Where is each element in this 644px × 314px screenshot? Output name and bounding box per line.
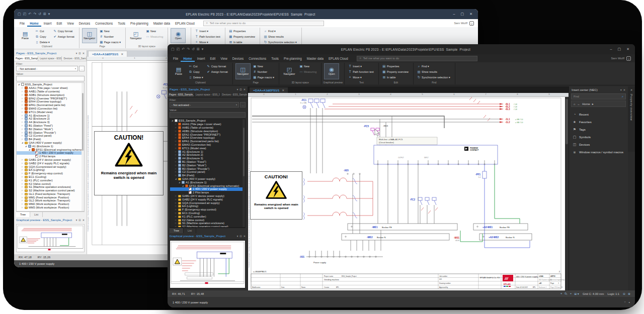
expander-icon[interactable]: ▷ [21, 121, 24, 123]
expander-icon[interactable]: ▷ [21, 104, 24, 106]
expander-icon[interactable]: ▷ [21, 90, 24, 92]
expander-icon[interactable]: ▷ [175, 137, 177, 139]
in-table-button[interactable]: ⊞In table [381, 74, 410, 80]
tree-item[interactable]: ▷ B4 (Field) [17, 138, 84, 141]
minimize-button[interactable]: – [453, 12, 455, 16]
expander-icon[interactable]: ▷ [175, 168, 177, 170]
user-account[interactable]: Sam Wolff ☺ [454, 21, 478, 26]
synchronize-selection-button[interactable]: ↻Synchronize selection ▾ [416, 74, 451, 80]
open-preview-button[interactable]: ◉Open [171, 28, 186, 43]
tree-item[interactable]: ◢ GAA (400 V power supply) [17, 141, 84, 145]
tree-item[interactable]: 1 400 / 230 V power supply [170, 187, 245, 191]
tree-item[interactable]: ▷ GAB1 (24 V device power supply) [170, 194, 245, 198]
copy-format-button[interactable]: ✎Copy format [206, 63, 229, 69]
ribbon-tab[interactable]: Pre-planning [281, 55, 304, 62]
tree-list-tab[interactable]: Tree [170, 228, 184, 233]
filter-select[interactable]: - Not activated -▾ [170, 102, 239, 108]
tree-item[interactable]: ▷ K1 (PLC controller) [17, 178, 84, 182]
zoom-in-icon[interactable]: ⊕ [628, 292, 630, 295]
new-icon[interactable]: ▢ [18, 12, 21, 16]
value-input[interactable] [16, 76, 85, 81]
ta3-transformer[interactable]: -TA3 50 / 5 A [295, 212, 373, 220]
expander-icon[interactable]: ▷ [21, 135, 24, 137]
maximize-button[interactable]: ▢ [618, 47, 621, 51]
new-button[interactable]: ▣New [298, 63, 317, 69]
dock-toggle-icon[interactable]: ⌗ [624, 300, 626, 304]
pf1-resistor[interactable]: -PF1 1.4 [475, 165, 487, 183]
panel-menu-icon[interactable]: ▾ [76, 219, 77, 222]
busbar-we2[interactable]: -WE2 Busbar N [342, 234, 449, 240]
copy-button[interactable]: ⧉Copy [34, 34, 51, 39]
expander-icon[interactable]: ▷ [175, 171, 177, 173]
expander-icon[interactable]: ▷ [21, 111, 24, 113]
expander-icon[interactable]: ▷ [175, 140, 177, 142]
expander-icon[interactable]: ▷ [21, 176, 24, 178]
insert-center-favorites[interactable]: ★ Favorites [569, 118, 628, 126]
fc2-symbol[interactable]: -FC2 [410, 197, 438, 224]
ribbon-tab[interactable]: Master data [304, 55, 326, 62]
home-icon[interactable]: ⌂ [574, 102, 576, 106]
close-button[interactable]: ✕ [626, 47, 629, 51]
tree-item[interactable]: ▷ EC1 (Cooling) [170, 212, 245, 215]
expander-icon[interactable]: ▷ [175, 222, 177, 224]
properties-button[interactable]: ▤Properties [228, 28, 256, 34]
insert-center-breadcrumb[interactable]: ⌂ ← Home ▸ [571, 100, 626, 107]
tree-item[interactable]: ▷ EPA1 (Summarized parts list) [17, 103, 84, 107]
expander-icon[interactable]: ▷ [175, 157, 177, 159]
tree-item[interactable]: ◢ ESS_Sample_Project [17, 83, 84, 86]
panel-tab[interactable]: Pages - ESS_Sample_P... [168, 92, 194, 97]
panel-float-icon[interactable]: ⊡ [78, 52, 80, 55]
expander-icon[interactable]: ◢ [25, 145, 27, 147]
editor-tab[interactable]: =GAA+A1&EFS1/1✕ [88, 51, 127, 57]
tree-item[interactable]: ▷ GL1 (Feed workpiece: Transport) [17, 192, 84, 196]
redo-icon[interactable]: ↷ [187, 47, 190, 51]
new-button[interactable]: ▣New [99, 28, 122, 34]
expander-icon[interactable]: ▷ [175, 130, 177, 132]
expander-icon[interactable]: ▷ [21, 183, 24, 185]
expander-icon[interactable]: ▷ [21, 128, 24, 130]
number-button[interactable]: #Number [99, 34, 122, 39]
expander-icon[interactable]: ▷ [21, 199, 24, 201]
redo-icon[interactable]: ↷ [33, 12, 36, 16]
expander-icon[interactable]: ▷ [175, 195, 177, 197]
paste-button[interactable]: ▤Paste [18, 28, 33, 43]
ta1-transformer[interactable]: -TA1 50 / 5 A [295, 178, 373, 185]
tree-item[interactable]: ▷ EFA2 (Overview "PROFINET") [170, 133, 245, 136]
tree-item[interactable]: ▷ AAB1 (Table of contents) [17, 90, 84, 93]
tree-list-tab[interactable]: List [184, 228, 196, 233]
tree-item[interactable]: ▷ MM3 (Work workpiece: Position) [17, 206, 84, 210]
expander-icon[interactable]: ◢ [21, 142, 24, 144]
paste-button[interactable]: ▤Paste [171, 63, 186, 79]
new-button[interactable]: ▣New [145, 28, 164, 34]
ribbon-tab[interactable]: View [218, 55, 230, 62]
tree-item[interactable]: ▷ GAB1 (24 V device power supply) [17, 158, 84, 162]
panel-close-icon[interactable]: ✕ [623, 88, 625, 91]
insert-center-symbols[interactable]: ▢ Symbols [569, 133, 628, 141]
expander-icon[interactable]: ▷ [21, 189, 24, 191]
tree-item[interactable]: ▷ MM1 (Feed workpiece: Position) [17, 195, 84, 199]
tree-item[interactable]: ▷ A1 (Enclosure 1) [170, 150, 245, 153]
open-project-icon[interactable]: ◰ [23, 12, 27, 16]
expander-icon[interactable]: ▷ [175, 174, 177, 176]
expander-icon[interactable]: ◢ [175, 178, 177, 180]
measuring-button[interactable]: ▭Measuring [145, 34, 164, 39]
ribbon-tab[interactable]: Tools [115, 20, 128, 27]
ribbon-tab[interactable]: Devices [76, 20, 93, 27]
tree-item[interactable]: 2 Pilot lamps [170, 191, 245, 194]
customize-qat-icon[interactable]: ▾ [48, 12, 50, 16]
panel-menu-icon[interactable]: ▾ [237, 235, 238, 238]
tree-item[interactable]: ▷ B3 (Station "Provide") [170, 167, 245, 170]
close-icon[interactable]: ✕ [630, 88, 632, 91]
layout-navigator-button[interactable]: ◰Navigator [128, 28, 143, 43]
tree-item[interactable]: ▷ GAB2 (24 V supply PLC signals) [17, 161, 84, 165]
page-macro-button[interactable]: ▦Page macro ▾ [99, 39, 122, 45]
back-icon[interactable]: ← [578, 102, 581, 106]
expander-icon[interactable]: ▷ [21, 196, 24, 198]
tree-item[interactable]: ◢ EFS1 (Electrical engineering schematic… [170, 184, 245, 187]
x05-terminals[interactable]: -X05 [344, 169, 360, 174]
cut-button[interactable]: ✂Cut [34, 28, 51, 34]
undo-icon[interactable]: ↶ [182, 47, 185, 51]
expander-icon[interactable]: ▷ [21, 186, 24, 188]
user-account[interactable]: Sam Wolff ☺ [611, 56, 635, 61]
tree-item[interactable]: ◢ EFS1 (Electrical engineering schematic… [17, 148, 84, 151]
